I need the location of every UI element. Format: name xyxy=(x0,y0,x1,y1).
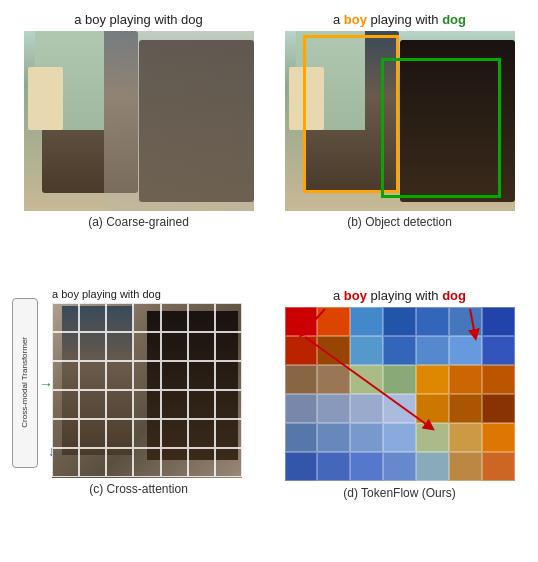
panel-b-caption: (b) Object detection xyxy=(347,215,452,229)
grid-overlay xyxy=(52,303,242,478)
panel-d-title: a boy playing with dog xyxy=(333,288,466,303)
cross-modal-transformer-box: Cross-modal Transformer xyxy=(12,298,38,468)
panel-a-photo xyxy=(24,31,254,211)
panel-b-photo xyxy=(285,31,515,211)
panel-b-title: a boy playing with dog xyxy=(333,12,466,27)
panel-cross-attention: Cross-modal Transformer → a boy playing … xyxy=(8,284,269,555)
panel-a-caption: (a) Coarse-grained xyxy=(88,215,189,229)
main-container: a boy playing with dog (a) Coarse-graine… xyxy=(0,0,538,562)
panel-tokenflow: a boy playing with dog xyxy=(269,284,530,555)
panel-a-title: a boy playing with dog xyxy=(74,12,203,27)
panel-b-image xyxy=(285,31,515,211)
panel-a-image xyxy=(24,31,254,211)
panel-d-image xyxy=(285,307,515,482)
cross-attention-text-label: a boy playing with dog xyxy=(52,288,265,300)
cross-modal-transformer-label: Cross-modal Transformer xyxy=(21,337,30,428)
right-arrow-icon: → xyxy=(39,376,53,392)
panel-d-caption: (d) TokenFlow (Ours) xyxy=(343,486,455,500)
panel-c-caption: (c) Cross-attention xyxy=(89,482,188,496)
panel-d-heatmap xyxy=(285,307,515,482)
panel-object-detection: a boy playing with dog (b) Object detect… xyxy=(269,8,530,284)
panel-coarse-grained: a boy playing with dog (a) Coarse-graine… xyxy=(8,8,269,284)
panel-c-image-area xyxy=(52,303,242,478)
heatmap-grid xyxy=(285,307,515,482)
